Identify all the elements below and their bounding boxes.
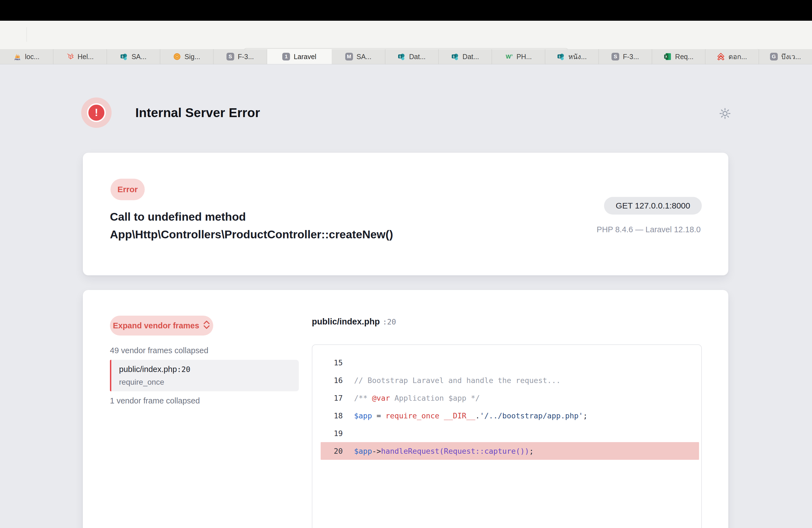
browser-tab-13[interactable]: ดอก...: [706, 49, 759, 64]
excel-favicon-icon: X: [664, 53, 671, 60]
system-top-bar: [0, 0, 812, 21]
tab-label: F-3...: [238, 53, 254, 61]
code-line-19: 19: [313, 424, 701, 442]
browser-tab-8[interactable]: S Dat...: [439, 49, 492, 64]
tab-label: SA...: [131, 53, 146, 61]
svg-text:PMA: PMA: [15, 58, 20, 61]
browser-tab-6[interactable]: M SA...: [332, 49, 385, 64]
browser-tab-4[interactable]: S F-3...: [214, 49, 267, 64]
stack-frame-item[interactable]: public/index.php:20 require_once: [110, 360, 299, 391]
tab-label: loc...: [25, 53, 40, 61]
expand-vendor-frames-button[interactable]: Expand vendor frames: [110, 316, 213, 336]
tab-label: Dat...: [409, 53, 425, 61]
svg-text:S: S: [121, 55, 124, 58]
error-message: Call to undefined method App\Http\Contro…: [110, 208, 393, 243]
frame-function-label: require_once: [119, 378, 299, 386]
tab-label: ดอก...: [728, 51, 747, 62]
error-message-line1: Call to undefined method: [110, 208, 393, 225]
tab-label: SA...: [357, 53, 372, 61]
line-number: 16: [313, 376, 343, 385]
svg-text:S: S: [453, 55, 454, 58]
code-file-heading: public/index.php :20: [312, 317, 396, 327]
line-number: 20: [321, 447, 343, 455]
code-line-20-highlighted: 20$app->handleRequest(Request::capture()…: [321, 442, 699, 460]
line-source: $app = require_once __DIR__.'/../bootstr…: [354, 411, 588, 420]
sharepoint-favicon-icon: S: [120, 53, 128, 60]
error-type-badge: Error: [111, 179, 145, 200]
browser-toolbar: 127.0.0.1 A x: [0, 21, 812, 49]
browser-tab-3[interactable]: Sig...: [160, 49, 214, 64]
error-badge-icon: !: [81, 98, 112, 128]
error-message-line2: App\Http\Controllers\ProductController::…: [110, 225, 393, 243]
browser-tab-12[interactable]: X Req...: [652, 49, 706, 64]
line-source: $app->handleRequest(Request::capture());: [354, 447, 534, 455]
w3schools-favicon-icon: W 3: [505, 53, 513, 60]
error-summary-card: Error Call to undefined method App\Http\…: [83, 153, 728, 275]
tab-strip: PMA loc... Hel... S SA... Sig...S F-3...…: [0, 49, 812, 64]
browser-tab-0[interactable]: PMA loc...: [0, 49, 53, 64]
code-panel[interactable]: 1516// Bootstrap Laravel and handle the …: [312, 344, 702, 528]
browser-tab-11[interactable]: S F-3...: [599, 49, 652, 64]
tab-label: Dat...: [463, 53, 479, 61]
vendor-frames-collapsed-bottom[interactable]: 1 vendor frame collapsed: [110, 396, 200, 406]
vendor-frames-collapsed-top[interactable]: 49 vendor frames collapsed: [110, 346, 208, 355]
tab-label: F-3...: [623, 53, 639, 61]
medallion-favicon-icon: [173, 53, 181, 60]
letter-S-favicon-icon: S: [611, 53, 619, 60]
tab-label: Laravel: [294, 53, 316, 61]
line-number: 17: [313, 394, 343, 402]
code-line-16: 16// Bootstrap Laravel and handle the re…: [313, 371, 701, 389]
stack-trace-card: Expand vendor frames 49 vendor frames co…: [83, 290, 728, 528]
sharepoint-favicon-icon: S: [451, 53, 459, 60]
tab-label: หนัง...: [568, 51, 587, 62]
code-line-15: 15: [313, 354, 701, 371]
code-file-name: public/index.php: [312, 317, 380, 327]
line-number: 19: [313, 429, 343, 438]
browser-tab-2[interactable]: S SA...: [107, 49, 160, 64]
tab-label: PH...: [517, 53, 532, 61]
svg-text:3: 3: [511, 54, 512, 57]
letter-M-favicon-icon: M: [345, 53, 353, 60]
tab-label: Hel...: [77, 53, 93, 61]
browser-tab-10[interactable]: S หนัง...: [545, 49, 598, 64]
expand-vendor-frames-label: Expand vendor frames: [113, 321, 199, 330]
letter-1-favicon-icon: 1: [282, 53, 290, 60]
line-source: /** @var Application $app */: [354, 394, 480, 402]
code-line-17: 17/** @var Application $app */: [313, 389, 701, 407]
screen: 127.0.0.1 A x: [0, 0, 812, 528]
sharepoint-favicon-icon: S: [557, 53, 565, 60]
browser-tab-1[interactable]: Hel...: [53, 49, 106, 64]
page-title: Internal Server Error: [135, 105, 260, 120]
browser-tab-9[interactable]: W 3 PH...: [492, 49, 545, 64]
letter-S-favicon-icon: S: [227, 53, 234, 60]
line-number: 18: [313, 411, 343, 420]
svg-text:W: W: [506, 54, 511, 60]
chevron-up-down-icon: [203, 320, 210, 332]
svg-text:X: X: [665, 55, 667, 58]
tab-label: Sig...: [185, 53, 200, 61]
browser-tab-14[interactable]: G บึงเว...: [759, 49, 812, 64]
sharepoint-favicon-icon: S: [398, 53, 405, 60]
line-source: // Bootstrap Laravel and handle the requ…: [354, 376, 561, 385]
svg-text:S: S: [400, 55, 401, 58]
browser-tab-active-5[interactable]: 1 Laravel: [267, 49, 332, 64]
theme-toggle-sun-icon[interactable]: [719, 108, 731, 120]
toolbar-divider: [27, 27, 27, 42]
phpmyadmin-favicon-icon: PMA: [14, 53, 21, 60]
letter-G-favicon-icon: G: [770, 53, 778, 60]
request-method-badge: GET 127.0.0.1:8000: [604, 197, 702, 215]
red-chevrons-favicon-icon: [717, 53, 725, 60]
browser-tab-7[interactable]: S Dat...: [385, 49, 439, 64]
line-number: 15: [313, 358, 343, 367]
tab-label: Req...: [675, 53, 694, 61]
page-header: ! Internal Server Error: [81, 98, 260, 128]
code-file-line: :20: [382, 318, 396, 326]
php-laravel-versions: PHP 8.4.6 — Laravel 12.18.0: [597, 225, 701, 234]
code-line-18: 18$app = require_once __DIR__.'/../boots…: [313, 407, 701, 424]
tab-label: บึงเว...: [781, 51, 801, 62]
frame-file-label: public/index.php:20: [119, 365, 299, 374]
svg-text:S: S: [559, 55, 561, 58]
laravel-favicon-icon: [66, 53, 74, 60]
